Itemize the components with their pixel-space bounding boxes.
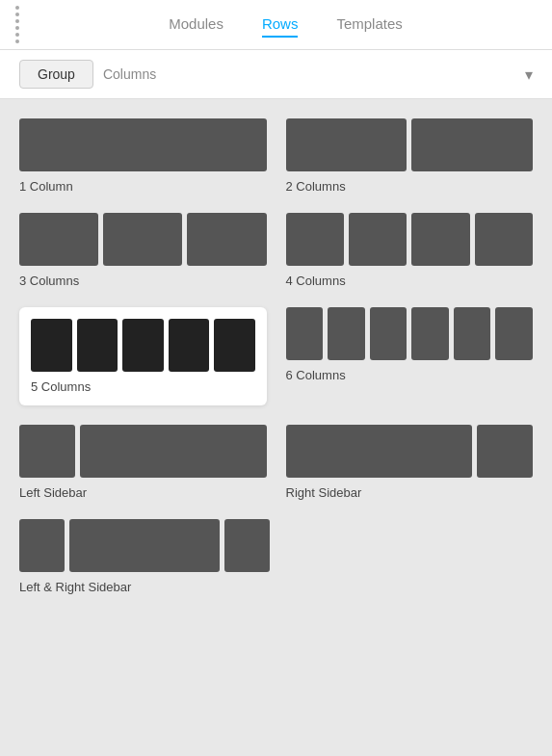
col-box bbox=[411, 213, 469, 266]
layout-card-2col[interactable]: 2 Columns bbox=[286, 118, 534, 194]
layout-card-right-sidebar[interactable]: Right Sidebar bbox=[286, 425, 534, 500]
col-box bbox=[169, 319, 210, 372]
preview-2col bbox=[286, 118, 534, 171]
layout-card-3col[interactable]: 3 Columns bbox=[19, 213, 267, 288]
col-box bbox=[187, 213, 266, 266]
col-box bbox=[31, 319, 72, 372]
preview-6col bbox=[286, 307, 534, 360]
preview-3col bbox=[19, 213, 267, 266]
layout-grid-content: 1 Column 2 Columns 3 Columns bbox=[0, 99, 552, 613]
col-box bbox=[69, 519, 220, 572]
layout-label-5col: 5 Columns bbox=[31, 379, 255, 394]
layout-card-4col[interactable]: 4 Columns bbox=[286, 213, 534, 288]
col-box bbox=[411, 118, 533, 171]
col-box bbox=[475, 213, 533, 266]
layout-label-left-sidebar: Left Sidebar bbox=[19, 485, 267, 500]
layout-card-left-right-sidebar[interactable]: Left & Right Sidebar bbox=[19, 519, 533, 594]
col-box bbox=[19, 118, 267, 171]
col-box bbox=[19, 213, 98, 266]
layout-card-1col[interactable]: 1 Column bbox=[19, 118, 267, 194]
preview-1col bbox=[19, 118, 267, 171]
sub-header: Group Columns ▾ bbox=[0, 50, 552, 99]
col-box bbox=[477, 425, 533, 478]
preview-left-sidebar bbox=[19, 425, 267, 478]
col-box bbox=[122, 319, 164, 372]
col-box bbox=[77, 319, 118, 372]
col-box bbox=[103, 213, 182, 266]
col-box bbox=[349, 213, 407, 266]
col-box bbox=[19, 425, 75, 478]
layout-label-6col: 6 Columns bbox=[286, 368, 534, 382]
tab-templates[interactable]: Templates bbox=[336, 12, 402, 38]
chevron-down-icon[interactable]: ▾ bbox=[525, 65, 533, 84]
layout-label-2col: 2 Columns bbox=[286, 179, 534, 194]
col-box bbox=[286, 213, 344, 266]
layout-label-3col: 3 Columns bbox=[19, 274, 267, 288]
tab-rows[interactable]: Rows bbox=[262, 12, 299, 38]
layout-card-5col[interactable]: 5 Columns bbox=[19, 307, 267, 405]
nav-tabs: Modules Rows Templates bbox=[27, 12, 544, 38]
col-box bbox=[286, 307, 324, 360]
col-box bbox=[328, 307, 365, 360]
top-navigation: Modules Rows Templates bbox=[0, 0, 552, 50]
preview-left-right-sidebar bbox=[19, 519, 270, 572]
drag-handle[interactable] bbox=[8, 6, 27, 43]
col-box bbox=[495, 307, 533, 360]
col-box bbox=[286, 118, 407, 171]
layout-card-left-sidebar[interactable]: Left Sidebar bbox=[19, 425, 267, 500]
col-box bbox=[80, 425, 266, 478]
col-box bbox=[286, 425, 472, 478]
col-box bbox=[214, 319, 255, 372]
layout-label-right-sidebar: Right Sidebar bbox=[286, 485, 534, 500]
columns-label: Columns bbox=[103, 66, 515, 82]
preview-right-sidebar bbox=[286, 425, 534, 478]
group-button[interactable]: Group bbox=[19, 60, 93, 89]
col-box bbox=[19, 519, 65, 572]
col-box bbox=[224, 519, 270, 572]
layout-grid: 1 Column 2 Columns 3 Columns bbox=[19, 118, 533, 594]
layout-label-4col: 4 Columns bbox=[286, 274, 534, 288]
preview-4col bbox=[286, 213, 534, 266]
col-box bbox=[370, 307, 407, 360]
layout-label-1col: 1 Column bbox=[19, 179, 267, 194]
col-box bbox=[454, 307, 491, 360]
col-box bbox=[411, 307, 449, 360]
layout-label-left-right-sidebar: Left & Right Sidebar bbox=[19, 580, 533, 594]
preview-5col bbox=[31, 319, 255, 372]
tab-modules[interactable]: Modules bbox=[169, 12, 223, 38]
layout-card-6col[interactable]: 6 Columns bbox=[286, 307, 534, 405]
